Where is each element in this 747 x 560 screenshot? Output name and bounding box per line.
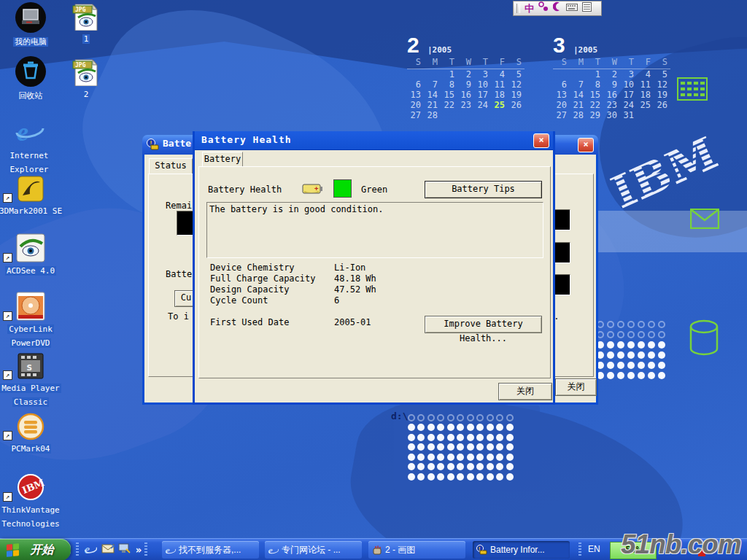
desktop-icon-jpg-2[interactable]: JPG 2 <box>53 57 120 100</box>
calendar-date: 4 <box>491 69 508 79</box>
desktop-icon-media-player-classic[interactable]: s↗ Media Player Classic <box>0 352 64 408</box>
ime-grip[interactable] <box>516 4 520 13</box>
quicklaunch-ie-icon[interactable]: e <box>83 542 98 557</box>
ime-menu-icon[interactable] <box>582 2 592 15</box>
quicklaunch-show-desktop-icon[interactable] <box>117 542 131 557</box>
battery-tips-button[interactable]: Battery Tips <box>425 181 542 198</box>
taskbar-separator <box>76 542 79 557</box>
wallpaper-dot <box>447 414 454 421</box>
calendar-date: 25 <box>637 100 654 110</box>
wallpaper-dot <box>427 424 435 431</box>
info-row-label: Device Chemistry <box>210 262 295 273</box>
svg-text:JPG: JPG <box>75 62 86 69</box>
wallpaper-dot <box>427 434 435 441</box>
svg-text:JPG: JPG <box>75 7 86 13</box>
calendar-date: 7 <box>424 79 441 90</box>
calendar-date: 31 <box>620 110 637 120</box>
ie-icon: e <box>166 545 176 555</box>
calendar-month: 3 <box>553 33 568 57</box>
wallpaper-dot <box>607 341 614 349</box>
taskbar-button-server-not-found[interactable]: e 找不到服务器,... <box>162 541 259 559</box>
close-button[interactable]: 关闭 <box>498 383 552 400</box>
start-button[interactable]: 开始 <box>0 539 71 560</box>
calendar-date: 12 <box>654 79 670 90</box>
wallpaper-dot <box>658 341 665 349</box>
ime-keyboard-icon[interactable] <box>566 2 578 15</box>
wallpaper-dot <box>457 434 464 441</box>
calendar-date: 12 <box>508 79 525 90</box>
svg-text:e: e <box>85 543 90 556</box>
wallpaper-dot <box>427 414 435 421</box>
desktop-icon-internet-explorer[interactable]: e Internet Explorer <box>0 117 63 175</box>
tab-battery[interactable]: Battery <box>202 152 243 168</box>
quicklaunch-mail-icon[interactable] <box>101 542 115 557</box>
powerdvd-icon <box>16 292 45 321</box>
calendar-date: 14 <box>570 90 587 100</box>
wallpaper-dot <box>427 473 435 481</box>
ime-language-bar[interactable]: 中 <box>513 1 602 16</box>
info-row-label: Full Charge Capacity <box>210 273 316 284</box>
calendar-year: |2005 <box>573 45 603 55</box>
taskbar-button-forum[interactable]: e 专门网论坛 - ... <box>265 541 362 559</box>
calendar-date: 10 <box>474 79 491 90</box>
wallpaper-dot <box>506 434 514 441</box>
ime-mode-icon[interactable]: 中 <box>525 2 534 15</box>
calendar-date <box>407 69 424 79</box>
quicklaunch-overflow-chevron[interactable]: » <box>131 542 146 557</box>
calendar-day-headers: SMTWTFS <box>407 57 525 69</box>
close-button-background[interactable]: 关闭 <box>555 378 597 396</box>
calendar-date: 24 <box>620 100 637 110</box>
calendar-date: 5 <box>508 69 525 79</box>
wallpaper-dot <box>658 362 665 369</box>
condition-textbox[interactable]: The battery is in good condition. <box>206 202 543 258</box>
desktop-icon-pcmark04[interactable]: ↗ PCMark04 <box>0 413 64 454</box>
jpg-file-icon: JPG <box>72 1 100 31</box>
wallpaper-dot <box>457 463 464 470</box>
calendar-week-row: 20212223242526 <box>407 100 525 110</box>
wallpaper-dot <box>408 463 415 470</box>
svg-text:+: + <box>314 184 319 192</box>
calendar-date: 11 <box>637 79 654 90</box>
wallpaper-dot <box>447 424 454 431</box>
calendar-week-row: 12345 <box>553 69 670 79</box>
taskbar-separator <box>144 542 147 557</box>
wallpaper-dot <box>496 454 503 461</box>
calendar-date: 23 <box>603 100 620 110</box>
taskbar-button-paint[interactable]: 2 - 画图 <box>368 541 465 559</box>
calendar-date: 3 <box>620 69 637 79</box>
desktop-icon-3dmark2001[interactable]: ↗ 3DMark2001 SE <box>0 175 64 217</box>
improve-battery-health-button[interactable]: Improve Battery Health... <box>425 316 542 333</box>
calendar-week-row: 2728 <box>407 110 525 120</box>
wallpaper-dot <box>437 443 444 451</box>
wallpaper-dot <box>447 434 454 441</box>
thinkvantage-icon: IBM <box>16 472 45 502</box>
wallpaper-dot <box>476 443 484 451</box>
wallpaper-dot <box>467 414 474 421</box>
desktop-icon-acdsee[interactable]: ↗ ACDSee 4.0 <box>0 233 64 276</box>
close-icon[interactable]: × <box>578 138 594 152</box>
battery-health-titlebar[interactable]: Battery Health × <box>195 131 553 150</box>
wallpaper-dot <box>487 443 494 451</box>
wallpaper-dot <box>638 321 645 328</box>
taskbar-button-battery-information[interactable]: ! Battery Infor... <box>473 541 570 559</box>
wallpaper-dot <box>427 454 435 461</box>
wallpaper-dot <box>607 372 614 379</box>
shortcut-arrow-icon: ↗ <box>3 492 12 502</box>
calendar-date: 21 <box>570 100 587 110</box>
close-icon[interactable]: × <box>533 133 549 148</box>
dot-grid-right <box>595 319 667 381</box>
calendar-year: |2005 <box>427 45 457 55</box>
ime-fullwidth-icon[interactable] <box>538 1 549 15</box>
wallpaper-dot <box>467 424 474 431</box>
tab-status[interactable]: Status <box>149 158 193 174</box>
wallpaper-dot <box>607 331 614 338</box>
desktop-icon-powerdvd[interactable]: ↗ CyberLink PowerDVD <box>0 292 64 349</box>
wallpaper-dot <box>487 414 494 421</box>
desktop-icon-jpg-1[interactable]: JPG 1 <box>53 1 120 44</box>
desktop-icon-thinkvantage[interactable]: IBM↗ ThinkVantage Technologies <box>0 472 64 529</box>
calendar-week-row: 13141516171819 <box>553 90 670 100</box>
calendar-date: 15 <box>587 90 603 100</box>
language-indicator[interactable]: EN <box>588 544 600 554</box>
calendar-date: 19 <box>654 90 670 100</box>
ime-punctuation-icon[interactable] <box>553 1 562 15</box>
